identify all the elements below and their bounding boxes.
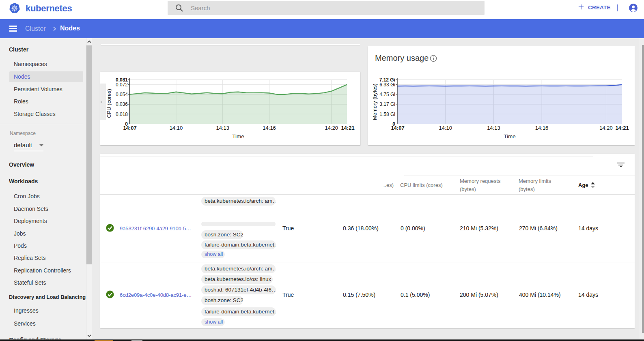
svg-text:6.33 Gi: 6.33 Gi [379,82,395,88]
svg-text:CPU (cores): CPU (cores) [106,89,112,118]
svg-text:0.018: 0.018 [116,112,128,117]
svg-text:14:13: 14:13 [487,125,500,131]
svg-text:0.036: 0.036 [116,101,128,107]
svg-text:14:13: 14:13 [216,125,229,131]
svg-text:Time: Time [232,133,244,139]
svg-text:4.75 Gi: 4.75 Gi [379,92,395,97]
svg-text:0.072: 0.072 [116,82,128,88]
svg-text:14:10: 14:10 [170,125,183,131]
svg-text:14:21: 14:21 [615,125,629,131]
svg-text:14:07: 14:07 [391,125,404,131]
svg-text:14:16: 14:16 [263,125,276,131]
svg-text:Memory (bytes): Memory (bytes) [372,84,378,120]
svg-text:14:07: 14:07 [123,125,136,131]
svg-text:3.17 Gi: 3.17 Gi [379,101,395,107]
svg-text:14:16: 14:16 [535,125,549,131]
svg-text:14:20: 14:20 [325,125,338,131]
svg-text:14:20: 14:20 [599,125,613,131]
svg-text:14:21: 14:21 [341,125,354,131]
svg-text:14:10: 14:10 [439,125,452,131]
svg-text:0.054: 0.054 [116,92,128,97]
svg-text:1.58 Gi: 1.58 Gi [379,112,395,117]
svg-text:Time: Time [504,133,516,139]
